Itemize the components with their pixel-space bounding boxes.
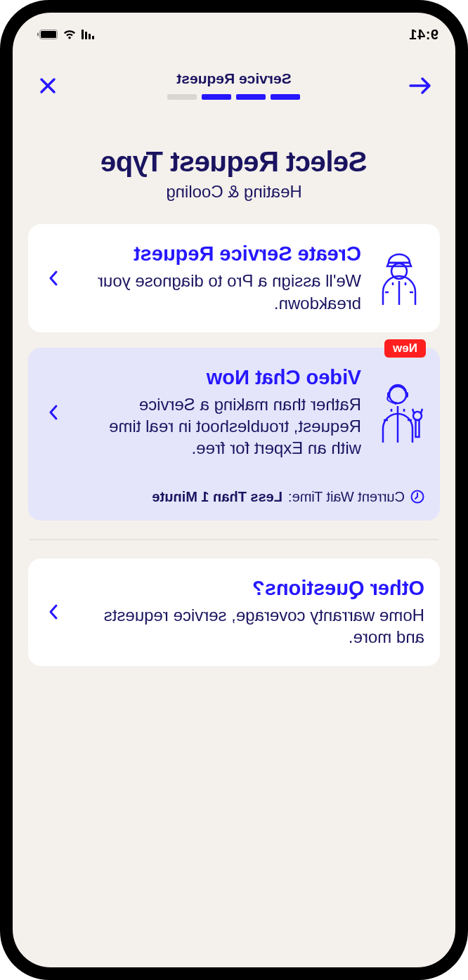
card-body: Create Service Request We'll assign a Pr… bbox=[76, 242, 361, 314]
svg-rect-5 bbox=[405, 392, 408, 398]
create-service-request-card[interactable]: Create Service Request We'll assign a Pr… bbox=[28, 224, 440, 332]
svg-point-7 bbox=[394, 402, 397, 405]
card-title: Video Chat Now bbox=[76, 366, 361, 389]
device-frame: 9:41 bbox=[0, 0, 468, 980]
separator bbox=[30, 539, 438, 540]
screen: 9:41 bbox=[13, 13, 455, 967]
video-chat-card[interactable]: New bbox=[28, 348, 440, 521]
chevron-right-icon bbox=[44, 270, 63, 287]
arrow-left-icon bbox=[409, 77, 431, 95]
progress-step-3 bbox=[202, 94, 232, 100]
progress-step-2 bbox=[237, 94, 266, 100]
svg-point-4 bbox=[389, 386, 406, 403]
wifi-icon bbox=[63, 30, 77, 40]
svg-point-8 bbox=[413, 412, 422, 420]
chevron-right-icon bbox=[44, 404, 63, 421]
card-desc: Rather than making a Service Request, tr… bbox=[76, 393, 361, 459]
progress-indicator bbox=[63, 94, 405, 100]
cards-list: Create Service Request We'll assign a Pr… bbox=[13, 202, 455, 666]
nav-title: Service Request bbox=[63, 70, 405, 87]
clock-icon bbox=[410, 490, 424, 504]
progress-step-1 bbox=[271, 94, 301, 100]
support-agent-icon bbox=[374, 381, 424, 444]
new-badge: New bbox=[384, 339, 426, 358]
nav-center: Service Request bbox=[63, 70, 405, 100]
card-body: Other Questions? Home warranty coverage,… bbox=[76, 577, 424, 648]
nav-header: Service Request bbox=[13, 51, 455, 101]
card-title: Create Service Request bbox=[76, 242, 361, 266]
card-desc: Home warranty coverage, service requests… bbox=[76, 604, 424, 648]
back-button[interactable] bbox=[405, 70, 436, 101]
status-time: 9:41 bbox=[409, 27, 438, 43]
svg-rect-1 bbox=[41, 31, 56, 38]
other-questions-card[interactable]: Other Questions? Home warranty coverage,… bbox=[28, 558, 440, 667]
status-icons bbox=[37, 30, 94, 40]
status-bar: 9:41 bbox=[13, 13, 455, 51]
cellular-icon bbox=[82, 30, 94, 39]
wait-time-row: Current Wait Time: Less Than 1 Minute bbox=[44, 489, 424, 505]
svg-rect-9 bbox=[416, 420, 420, 437]
page-title: Select Request Type bbox=[27, 146, 441, 178]
progress-step-4 bbox=[168, 94, 197, 100]
chevron-right-icon bbox=[44, 603, 63, 620]
svg-rect-2 bbox=[37, 33, 39, 37]
technician-icon bbox=[374, 250, 424, 306]
card-body: Video Chat Now Rather than making a Serv… bbox=[76, 366, 361, 459]
wait-label: Current Wait Time: bbox=[288, 489, 405, 505]
page-header: Select Request Type Heating & Cooling bbox=[13, 146, 455, 202]
close-icon bbox=[39, 77, 56, 94]
page-subtitle: Heating & Cooling bbox=[27, 182, 441, 202]
card-desc: We'll assign a Pro to diagnose your brea… bbox=[76, 270, 361, 313]
card-title: Other Questions? bbox=[76, 577, 424, 600]
close-button[interactable] bbox=[32, 70, 63, 101]
battery-icon bbox=[37, 30, 58, 39]
wait-value: Less Than 1 Minute bbox=[152, 489, 282, 505]
